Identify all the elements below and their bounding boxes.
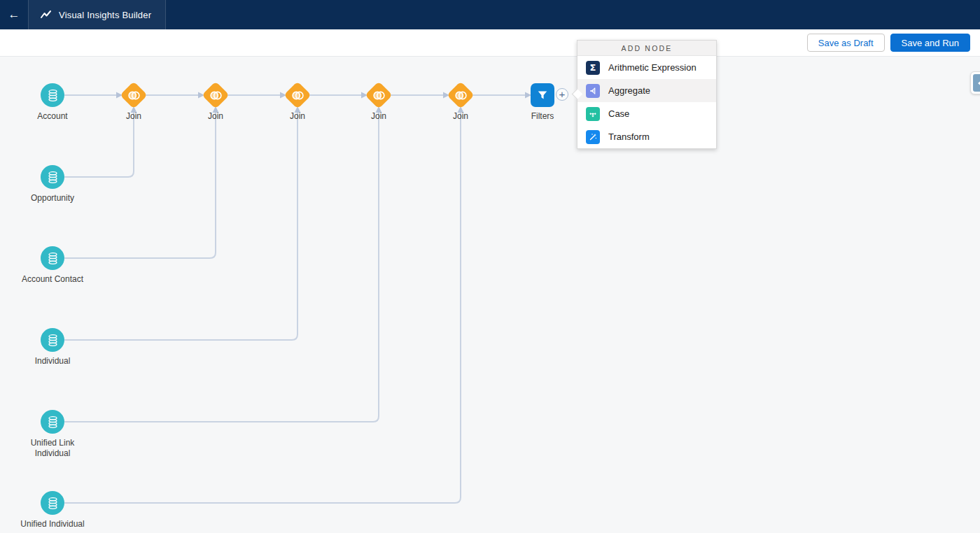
node-account[interactable] [41, 83, 64, 107]
node-account-contact[interactable] [41, 246, 64, 270]
node-filters[interactable] [531, 83, 554, 107]
database-icon [46, 415, 60, 429]
flow-canvas[interactable]: AccountJoinJoinJoinJoinJoinFiltersOpport… [0, 56, 980, 533]
activity-chart-icon [41, 10, 52, 20]
node-label-opportunity: Opportunity [4, 193, 102, 204]
add-node-plus-button[interactable]: + [556, 88, 568, 101]
venn-join-icon [126, 87, 142, 104]
back-arrow-icon: ← [8, 8, 20, 22]
node-unified-individual[interactable] [41, 491, 64, 515]
node-label-account-contact: Account Contact [4, 274, 102, 285]
node-opportunity[interactable] [41, 165, 64, 189]
venn-join-icon [371, 87, 387, 104]
database-icon [46, 170, 60, 185]
database-icon [46, 88, 60, 103]
menu-item-arithmetic-expression[interactable]: Σ Arithmetic Expression [578, 56, 716, 79]
sigma-icon: Σ [586, 61, 600, 75]
venn-join-icon [453, 87, 469, 104]
node-label-unified-link-individual: Unified LinkIndividual [4, 438, 102, 459]
save-and-run-button[interactable]: Save and Run [890, 34, 970, 52]
node-join5[interactable] [449, 83, 472, 107]
page-title: Visual Insights Builder [59, 10, 151, 20]
toolbar-actions: Save as Draft Save and Run [807, 34, 970, 52]
add-node-menu-title: ADD NODE [578, 41, 716, 56]
node-join3[interactable] [286, 83, 309, 107]
menu-item-label: Aggregate [608, 85, 650, 96]
back-button[interactable]: ← [0, 0, 29, 29]
filter-funnel-icon [536, 88, 550, 102]
database-icon [46, 333, 60, 348]
menu-item-transform[interactable]: Transform [578, 125, 716, 148]
node-join2[interactable] [204, 83, 227, 107]
edges-layer [0, 57, 980, 533]
expand-panel-button[interactable] [970, 71, 980, 94]
node-join4[interactable] [367, 83, 391, 107]
database-icon [46, 496, 60, 511]
menu-item-case[interactable]: Case [578, 102, 716, 125]
app-header: ← Visual Insights Builder [0, 0, 980, 29]
app-title-tab: Visual Insights Builder [29, 0, 166, 29]
menu-item-label: Case [608, 108, 629, 119]
case-icon [586, 107, 600, 121]
node-unified-link-individual[interactable] [41, 410, 64, 434]
chevron-left-icon [973, 74, 980, 92]
menu-item-label: Transform [608, 132, 650, 142]
venn-join-icon [208, 87, 224, 104]
transform-icon [586, 130, 600, 144]
node-label-unified-individual: Unified Individual [4, 519, 102, 530]
menu-item-label: Arithmetic Expression [608, 62, 696, 73]
add-node-menu: ADD NODE Σ Arithmetic Expression Aggrega… [577, 40, 717, 149]
builder-toolbar: Save as Draft Save and Run [0, 29, 980, 56]
node-label-individual: Individual [4, 356, 102, 367]
database-icon [46, 251, 60, 266]
node-individual[interactable] [41, 328, 64, 352]
venn-join-icon [290, 87, 306, 104]
aggregate-icon [586, 84, 600, 98]
plus-icon: + [559, 88, 566, 100]
node-join1[interactable] [122, 83, 146, 107]
save-as-draft-button[interactable]: Save as Draft [807, 34, 885, 52]
menu-item-aggregate[interactable]: Aggregate [578, 79, 716, 102]
